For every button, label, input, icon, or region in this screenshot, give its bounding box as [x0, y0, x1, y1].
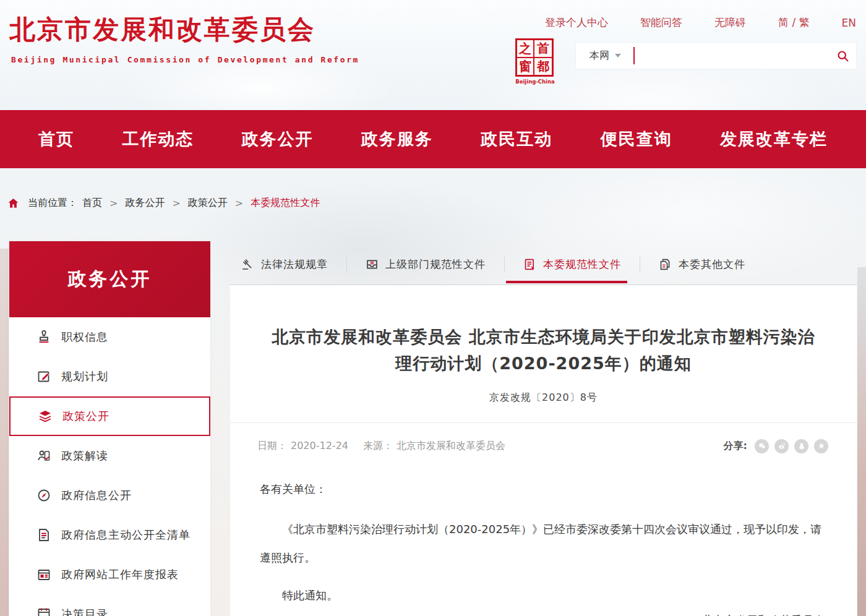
seal-char: 都	[534, 58, 552, 75]
seal-char: 首	[534, 40, 552, 58]
site-logo-subtitle: Beijing Municipal Commission of Developm…	[11, 55, 359, 64]
nav-item-convenience-query[interactable]: 便民查询	[601, 128, 672, 150]
accessibility-link[interactable]: 无障碍	[714, 15, 746, 30]
article-meta: 日期：2020-12-24 来源：北京市发展和改革委员会	[257, 440, 505, 453]
nav-item-gov-services[interactable]: 政务服务	[361, 128, 433, 150]
sidebar-item-label: 职权信息	[61, 330, 108, 344]
interpret-icon	[36, 448, 51, 463]
seal-char: 窗	[517, 58, 534, 75]
doc-edit-icon	[523, 258, 536, 271]
sidebar-item-proactive-disclosure-list[interactable]: 政府信息主动公开全清单	[9, 515, 210, 555]
source-label: 来源：	[363, 440, 393, 453]
search-input[interactable]	[635, 43, 829, 69]
signature: 北京市发展和改革委员会	[260, 613, 827, 616]
breadcrumb-item-gov-disclosure[interactable]: 政务公开	[125, 197, 165, 210]
breadcrumb-separator: >	[172, 197, 180, 209]
tab-committee-other-documents[interactable]: 本委其他文件	[659, 257, 745, 272]
compass-icon	[36, 488, 51, 503]
chevron-down-icon	[615, 54, 621, 58]
share-weibo-button[interactable]	[774, 439, 789, 453]
article-body: 各有关单位： 《北京市塑料污染治理行动计划（2020-2025年）》已经市委深改…	[260, 481, 827, 616]
left-decorative-image	[0, 249, 9, 616]
qq-icon	[797, 442, 806, 450]
main-navigation: 首页 工作动态 政务公开 政务服务 政民互动 便民查询 发展改革专栏	[0, 110, 866, 168]
tab-divider	[346, 256, 347, 272]
wechat-icon	[758, 442, 766, 450]
sidebar-item-authority-info[interactable]: 职权信息	[9, 317, 210, 357]
sidebar-title: 政务公开	[9, 241, 210, 317]
tab-divider	[504, 256, 505, 272]
closing-line: 特此通知。	[260, 588, 827, 603]
share-bar: 分享:	[724, 439, 828, 453]
source-value: 北京市发展和改革委员会	[397, 440, 505, 453]
sidebar-item-website-annual-report[interactable]: 政府网站工作年度报表	[9, 555, 210, 594]
tab-laws-regulations[interactable]: 法律法规规章	[241, 257, 328, 272]
star-icon	[817, 442, 826, 450]
list-doc-icon	[36, 528, 51, 542]
salutation: 各有关单位：	[260, 481, 827, 498]
share-label: 分享:	[724, 440, 747, 453]
sidebar-item-decision-catalog[interactable]: 决策目录	[9, 594, 210, 616]
tab-committee-normative-documents[interactable]: 本委规范性文件	[523, 257, 621, 272]
share-wechat-button[interactable]	[755, 439, 769, 453]
sidebar-item-label: 政策解读	[61, 448, 108, 463]
breadcrumb-item-current: 本委规范性文件	[251, 197, 320, 210]
breadcrumb-separator: >	[235, 197, 243, 209]
sidebar-item-gov-info-disclosure[interactable]: 政府信息公开	[9, 476, 210, 515]
date-value: 2020-12-24	[291, 440, 348, 453]
home-icon[interactable]	[7, 197, 19, 209]
files-icon	[659, 258, 672, 271]
nav-item-home[interactable]: 首页	[38, 128, 74, 150]
article-title: 北京市发展和改革委员会 北京市生态环境局关于印发北京市塑料污染治理行动计划（20…	[265, 323, 822, 377]
tab-label: 上级部门规范性文件	[385, 257, 486, 272]
search-icon	[836, 49, 849, 62]
share-qq-button[interactable]	[794, 439, 808, 453]
breadcrumb-item-home[interactable]: 首页	[82, 197, 102, 210]
search-scope-dropdown[interactable]: 本网	[576, 49, 621, 62]
plan-icon	[36, 369, 51, 384]
tab-superior-normative-documents[interactable]: 上级部门规范性文件	[366, 257, 486, 272]
seal-char: 之	[517, 40, 534, 58]
weibo-icon	[778, 442, 786, 450]
right-decorative-image	[857, 267, 866, 616]
article-card: 北京市发展和改革委员会 北京市生态环境局关于印发北京市塑料污染治理行动计划（20…	[230, 285, 857, 616]
nav-item-gov-affairs-disclosure[interactable]: 政务公开	[242, 128, 314, 150]
site-search-bar: 本网	[575, 42, 857, 69]
login-personal-center-link[interactable]: 登录个人中心	[545, 15, 608, 30]
nav-item-work-trends[interactable]: 工作动态	[122, 128, 194, 150]
article-meta-row: 日期：2020-12-24 来源：北京市发展和改革委员会 分享:	[230, 434, 857, 458]
capital-window-seal-logo[interactable]: 之 首 窗 都 Beijing-China	[515, 38, 555, 85]
search-button[interactable]	[829, 43, 856, 69]
document-category-tabs: 法律法规规章 上级部门规范性文件 本委规范性文件	[230, 245, 857, 283]
nav-item-public-interaction[interactable]: 政民互动	[481, 128, 552, 150]
page: 北京市发展和改革委员会 Beijing Municipal Commission…	[0, 0, 866, 616]
seal-caption: Beijing-China	[515, 79, 555, 85]
sidebar-item-label: 决策目录	[61, 607, 108, 616]
catalog-icon	[36, 607, 51, 616]
simplified-traditional-toggle[interactable]: 简 / 繁	[778, 15, 810, 30]
site-logo-title: 北京市发展和改革委员会	[9, 12, 315, 47]
gavel-icon	[241, 258, 254, 271]
english-link[interactable]: EN	[842, 17, 856, 29]
sidebar: 政务公开 职权信息 规划计划	[9, 241, 210, 616]
breadcrumb-separator: >	[109, 197, 118, 209]
report-icon	[36, 567, 51, 582]
share-more-button[interactable]	[814, 439, 828, 453]
breadcrumb-item-policy-disclosure[interactable]: 政策公开	[188, 197, 228, 210]
tab-label: 法律法规规章	[261, 257, 328, 272]
sidebar-item-planning[interactable]: 规划计划	[9, 357, 210, 396]
tab-label: 本委其他文件	[679, 257, 745, 272]
tab-divider	[640, 256, 640, 272]
sidebar-item-policy-interpretation[interactable]: 政策解读	[9, 436, 210, 476]
search-scope-label: 本网	[589, 49, 609, 62]
sidebar-item-policy-disclosure[interactable]: 政策公开	[9, 396, 210, 436]
inbox-icon	[366, 258, 379, 271]
sidebar-item-label: 政府信息主动公开全清单	[61, 528, 191, 542]
breadcrumb: 当前位置： 首页 > 政务公开 > 政策公开 > 本委规范性文件	[7, 197, 320, 210]
smart-qa-link[interactable]: 智能问答	[640, 15, 682, 30]
article-paragraph: 《北京市塑料污染治理行动计划（2020-2025年）》已经市委深改委第十四次会议…	[260, 515, 827, 572]
site-header: 北京市发展和改革委员会 Beijing Municipal Commission…	[0, 0, 866, 110]
nav-item-reform-special-column[interactable]: 发展改革专栏	[720, 128, 828, 150]
sidebar-item-label: 政府信息公开	[61, 488, 132, 503]
meta-divider	[230, 422, 857, 423]
